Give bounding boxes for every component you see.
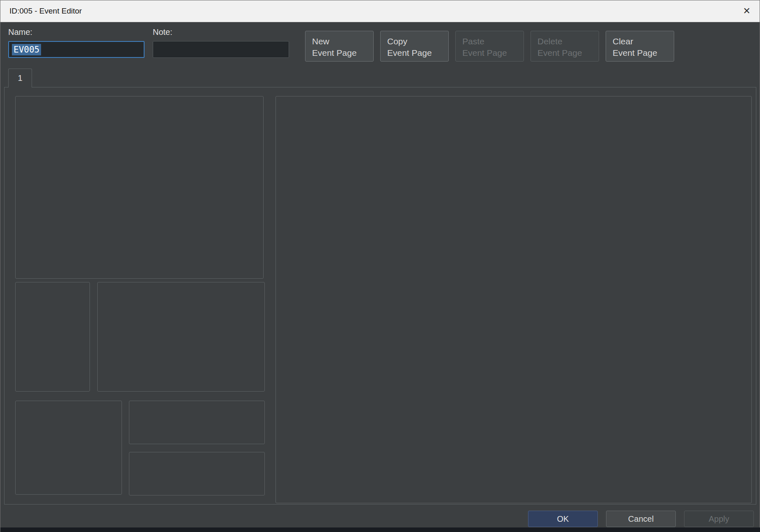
button-label-line: Event Page [613,47,674,59]
name-label: Name: [8,28,32,37]
trigger-groupbox [129,452,265,495]
button-label-line: New [312,36,373,47]
tab-page-1[interactable]: 1 [8,69,32,87]
clear-event-page-button[interactable]: Clear Event Page [606,31,674,62]
button-label-line: Delete [537,36,599,47]
conditions-groupbox [15,96,264,279]
movement-groupbox [97,282,265,392]
apply-button[interactable]: Apply [684,511,754,527]
button-label-line: Paste [462,36,524,47]
button-label-line: Clear [613,36,674,47]
button-label-line: Event Page [537,47,599,59]
button-label-line: Event Page [387,47,448,59]
paste-event-page-button[interactable]: Paste Event Page [455,31,524,62]
name-value-selected: EV005 [12,44,41,55]
cancel-button[interactable]: Cancel [606,511,676,527]
image-groupbox [15,282,90,392]
new-event-page-button[interactable]: New Event Page [305,31,374,62]
event-editor-window: ID:005 - Event Editor ✕ Name: EV005 Note… [0,0,760,532]
title-bar: ID:005 - Event Editor ✕ [0,0,760,22]
name-input[interactable]: EV005 [8,41,145,58]
button-label-line: Copy [387,36,448,47]
delete-event-page-button[interactable]: Delete Event Page [530,31,599,62]
priority-groupbox [129,401,265,444]
copy-event-page-button[interactable]: Copy Event Page [380,31,449,62]
options-groupbox [15,401,122,495]
window-title: ID:005 - Event Editor [9,7,82,16]
note-input[interactable] [153,41,289,58]
button-label-line: Event Page [462,47,524,59]
ok-button[interactable]: OK [528,511,598,527]
note-label: Note: [153,28,172,37]
contents-groupbox [276,96,752,503]
close-icon[interactable]: ✕ [743,6,751,16]
button-label-line: Event Page [312,47,373,59]
window-bottom-edge [0,527,760,532]
